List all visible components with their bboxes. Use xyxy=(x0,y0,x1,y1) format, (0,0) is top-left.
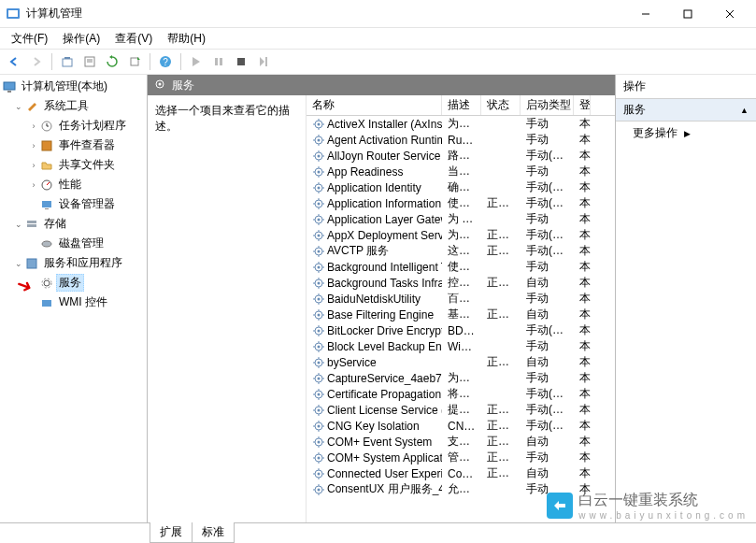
service-row[interactable]: BaiduNetdiskUtility百度 ...手动本 xyxy=(307,291,615,307)
tree-task-scheduler[interactable]: ›任务计划程序 xyxy=(0,116,147,136)
expand-icon[interactable]: › xyxy=(28,121,39,131)
stop-service-button[interactable] xyxy=(231,51,251,72)
service-row[interactable]: Application Information使用 ...正在 ...手动(触发… xyxy=(307,195,615,211)
col-name[interactable]: 名称 xyxy=(307,95,442,115)
tree-storage[interactable]: ⌄存储 xyxy=(0,214,147,234)
tree-event-viewer[interactable]: ›事件查看器 xyxy=(0,136,147,155)
service-name: Agent Activation Runtime_... xyxy=(327,134,442,147)
svg-point-81 xyxy=(318,472,321,475)
service-row[interactable]: COM+ System Application管理 ...正在 ...手动本 xyxy=(307,450,615,465)
service-row[interactable]: AVCTP 服务这是 ...正在 ...手动(触发 ...本 xyxy=(307,243,615,259)
properties-button[interactable] xyxy=(79,51,100,72)
expand-icon[interactable]: › xyxy=(28,180,39,190)
expand-icon[interactable]: › xyxy=(28,141,39,150)
event-icon xyxy=(39,138,54,153)
export-button[interactable] xyxy=(124,51,145,72)
expand-icon[interactable]: › xyxy=(28,161,39,170)
service-row[interactable]: BitLocker Drive Encryption ...BDE...手动(触… xyxy=(307,322,615,338)
svg-point-51 xyxy=(318,234,321,236)
menu-file[interactable]: 文件(F) xyxy=(4,29,55,49)
service-row[interactable]: CaptureService_4aeb7ca为调 ...手动本 xyxy=(307,370,615,386)
service-row[interactable]: Application Identity确定 ...手动(触发 ...本 xyxy=(307,179,615,195)
col-desc[interactable]: 描述 xyxy=(442,95,481,115)
tools-icon xyxy=(24,99,39,114)
service-name: Application Identity xyxy=(327,181,421,194)
tab-standard[interactable]: 标准 xyxy=(192,522,235,543)
service-row[interactable]: Background Tasks Infrastru...控制 ...正在 ..… xyxy=(307,275,615,291)
back-button[interactable] xyxy=(4,51,24,72)
svg-rect-30 xyxy=(27,259,36,268)
services-list[interactable]: 名称 描述 状态 启动类型 登 ActiveX Installer (AxIns… xyxy=(307,95,615,522)
refresh-button[interactable] xyxy=(102,51,122,72)
service-icon xyxy=(312,197,325,210)
service-name: Client License Service (Clip... xyxy=(327,404,442,417)
service-row[interactable]: ActiveX Installer (AxInstSV)为从 ...手动本 xyxy=(307,116,615,132)
service-row[interactable]: COM+ Event System支持 ...正在 ...自动本 xyxy=(307,434,615,450)
service-row[interactable]: Background Intelligent Tra...使用 ...手动本 xyxy=(307,259,615,275)
service-logon: 本 xyxy=(574,211,591,227)
service-row[interactable]: Connected User Experienc...Con...正在 ...自… xyxy=(307,465,615,481)
service-desc: 允许 ... xyxy=(442,481,481,497)
service-row[interactable]: CNG Key IsolationCNG ...正在 ...手动(触发 ...本 xyxy=(307,418,615,434)
service-startup: 手动 xyxy=(521,211,574,227)
service-desc: Win... xyxy=(442,340,481,353)
service-status: 正在 ... xyxy=(481,434,521,450)
tree-performance[interactable]: ›性能 xyxy=(0,175,147,194)
service-row[interactable]: Client License Service (Clip...提供 ...正在 … xyxy=(307,402,615,418)
menu-help[interactable]: 帮助(H) xyxy=(160,29,213,49)
pause-service-button[interactable] xyxy=(208,51,229,72)
folder-icon xyxy=(39,158,54,173)
svg-point-29 xyxy=(42,241,51,247)
svg-rect-14 xyxy=(215,58,218,65)
collapse-icon[interactable]: ⌄ xyxy=(13,259,24,268)
service-desc: 使用 ... xyxy=(442,195,481,211)
service-row[interactable]: Block Level Backup Engine ...Win...手动本 xyxy=(307,338,615,354)
tree-system-tools[interactable]: ⌄ 系统工具 xyxy=(0,96,147,116)
service-row[interactable]: App Readiness当用 ...手动本 xyxy=(307,164,615,179)
disk-icon xyxy=(39,236,54,251)
tree-disk-management[interactable]: 磁盘管理 xyxy=(0,234,147,253)
actions-more[interactable]: 更多操作 ▶ xyxy=(616,121,756,145)
tree-device-manager[interactable]: 设备管理器 xyxy=(0,194,147,214)
col-logon[interactable]: 登 xyxy=(574,95,591,115)
collapse-icon[interactable]: ⌄ xyxy=(13,220,24,229)
forward-button[interactable] xyxy=(26,51,47,72)
navigation-tree[interactable]: 计算机管理(本地) ⌄ 系统工具 ›任务计划程序 ›事件查看器 ›共享文件夹 ›… xyxy=(0,75,148,522)
tab-extended[interactable]: 扩展 xyxy=(150,522,193,543)
maximize-button[interactable] xyxy=(666,0,708,28)
tree-root[interactable]: 计算机管理(本地) xyxy=(0,77,147,96)
start-service-button[interactable] xyxy=(186,51,207,72)
menu-action[interactable]: 操作(A) xyxy=(55,29,107,49)
collapse-icon[interactable]: ⌄ xyxy=(13,102,24,111)
service-row[interactable]: Agent Activation Runtime_...Runt...手动本 xyxy=(307,132,615,148)
service-logon: 本 xyxy=(574,354,591,370)
minimize-button[interactable] xyxy=(624,0,666,28)
tree-services[interactable]: 服务 xyxy=(0,273,147,293)
service-logon: 本 xyxy=(574,259,591,275)
tree-services-apps[interactable]: ⌄服务和应用程序 xyxy=(0,253,147,273)
svg-rect-11 xyxy=(131,58,138,65)
service-row[interactable]: AllJoyn Router Service路由 ...手动(触发 ...本 xyxy=(307,148,615,164)
tree-shared-folders[interactable]: ›共享文件夹 xyxy=(0,155,147,175)
service-status: 正在 ... xyxy=(481,418,521,434)
actions-section[interactable]: 服务 ▲ xyxy=(616,99,756,121)
col-startup[interactable]: 启动类型 xyxy=(521,95,574,115)
close-button[interactable] xyxy=(708,0,750,28)
service-desc: 将用 ... xyxy=(442,386,481,402)
tree-wmi[interactable]: WMI 控件 xyxy=(0,293,147,312)
col-status[interactable]: 状态 xyxy=(481,95,521,115)
window-controls xyxy=(624,0,750,28)
svg-point-57 xyxy=(318,281,321,284)
service-row[interactable]: Base Filtering Engine基本 ...正在 ...自动本 xyxy=(307,307,615,322)
help-button[interactable]: ? xyxy=(155,51,176,72)
service-desc: 当用 ... xyxy=(442,164,481,179)
up-button[interactable] xyxy=(57,51,78,72)
service-row[interactable]: byService正在 ...自动本 xyxy=(307,354,615,370)
menu-view[interactable]: 查看(V) xyxy=(107,29,160,49)
restart-service-button[interactable] xyxy=(253,51,274,72)
service-row[interactable]: Application Layer Gateway ...为 In...手动本 xyxy=(307,211,615,227)
service-desc: 为 In... xyxy=(442,211,481,227)
service-row[interactable]: AppX Deployment Service (...为部 ...正在 ...… xyxy=(307,227,615,243)
svg-text:?: ? xyxy=(163,57,168,67)
service-row[interactable]: Certificate Propagation将用 ...手动(触发 ...本 xyxy=(307,386,615,402)
